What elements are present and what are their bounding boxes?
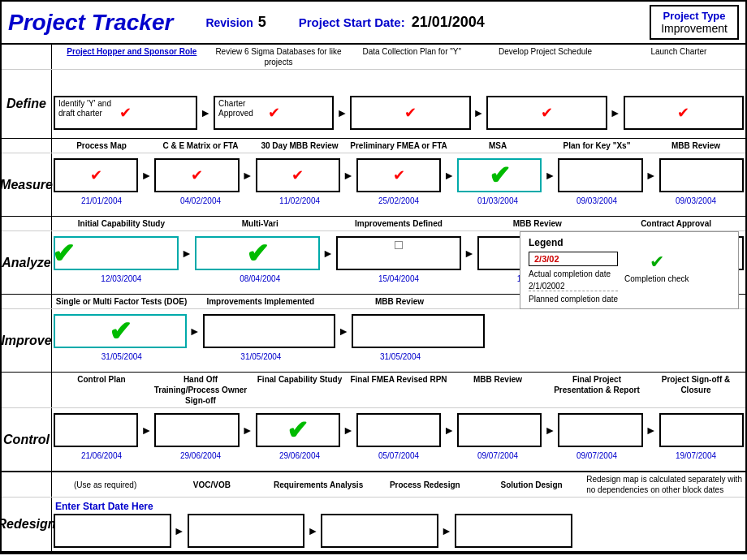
top-headers: Project Hopper and Sponsor Role Review 6… xyxy=(52,45,745,69)
analyze-headers: Initial Capability Study Multi-Vari Impr… xyxy=(2,217,745,231)
arr-i2: ► xyxy=(338,325,349,338)
revision-area: Revision 5 xyxy=(205,14,266,31)
analyze-h2: Multi-Vari xyxy=(191,217,330,230)
measure-header-cells: Process Map C & E Matrix or FTA 30 Day M… xyxy=(52,139,745,153)
m-check-2: ✔ xyxy=(191,166,203,184)
measure-box-7 xyxy=(659,158,744,192)
analyze-date-3: 15/04/2004 xyxy=(330,274,468,288)
col-header-review: Review 6 Sigma Databases for like projec… xyxy=(212,45,345,69)
control-date-7: 19/07/2004 xyxy=(646,450,745,465)
control-box-3: ✔ xyxy=(256,413,340,447)
redesign-label: Redesign xyxy=(0,517,56,532)
legend-content: 2/3/02 Actual completion date 2/1/02002 … xyxy=(529,252,730,304)
redesign-box-2 xyxy=(188,514,305,548)
legend-actual-label: Actual completion date xyxy=(529,269,618,278)
arrow-d4: ► xyxy=(610,106,621,119)
measure-box-1: ✔ xyxy=(54,158,138,192)
col-header-sponsor: Project Hopper and Sponsor Role xyxy=(52,45,212,69)
measure-box-4: ✔ xyxy=(356,158,441,192)
analyze-h5: Contract Approval xyxy=(607,217,745,230)
m-check-5-green: ✔ xyxy=(489,160,511,191)
col-header-develop: Develop Project Schedule xyxy=(478,45,611,69)
measure-date-7: 09/03/2004 xyxy=(646,196,745,210)
define-box-3: ✔ xyxy=(350,96,470,130)
redesign-headers: (Use as required) VOC/VOB Requirements A… xyxy=(2,472,745,498)
arr-m1: ► xyxy=(140,169,152,182)
measure-tasks: ✔ ► ✔ ► ✔ ► ✔ ► ✔ ► ► 21/01/2004 04/02/2… xyxy=(52,153,745,216)
control-row: Control ► ► ✔ ► ► ► ► 21/06/200 xyxy=(2,408,745,472)
analyze-h3: Improvements Defined xyxy=(330,217,468,230)
control-box-4 xyxy=(356,413,441,447)
analyze-box-2: ✔ xyxy=(195,236,320,270)
control-label: Control xyxy=(3,433,50,447)
control-h2: Hand Off Training/Process Owner Sign-off xyxy=(151,373,250,407)
enter-start-label[interactable]: Enter Start Date Here xyxy=(55,501,153,512)
improve-label: Improve xyxy=(1,334,51,348)
improve-box-2 xyxy=(203,314,336,348)
control-h3: Final Capability Study xyxy=(250,373,349,407)
main-container: Project Tracker Revision 5 Project Start… xyxy=(0,0,747,554)
measure-date-3: 11/02/2004 xyxy=(250,196,349,210)
improve-date-1: 31/05/2004 xyxy=(52,351,192,366)
app-title: Project Tracker xyxy=(8,10,173,36)
control-date-3: 29/06/2004 xyxy=(250,450,349,465)
improve-boxes: ✔ ► ► xyxy=(52,312,745,350)
measure-h2: C & E Matrix or FTA xyxy=(151,139,250,153)
redesign-h1: (Use as required) xyxy=(52,478,158,492)
arrow-d1: ► xyxy=(200,106,211,119)
control-date-6: 09/07/2004 xyxy=(547,450,646,465)
arrow-d3: ► xyxy=(473,106,485,119)
measure-date-5: 01/03/2004 xyxy=(448,196,547,210)
arrow-d2: ► xyxy=(336,106,348,119)
legend-check-icon: ✔ xyxy=(650,252,664,273)
arr-r3: ► xyxy=(441,524,452,537)
project-type-box: Project Type Improvement xyxy=(650,5,739,40)
define-task-1: Identify 'Y' anddraft charter xyxy=(58,99,111,118)
revision-num: 5 xyxy=(258,14,266,31)
define-box-1: ✔ Identify 'Y' anddraft charter xyxy=(54,96,197,130)
analyze-label-cell: Analyze xyxy=(2,231,52,294)
arr-a1: ► xyxy=(181,247,192,260)
control-spacer xyxy=(2,373,52,407)
measure-date-6: 09/03/2004 xyxy=(547,196,646,210)
improve-box-3 xyxy=(352,314,485,348)
legend-planned-date: 2/1/02002 xyxy=(529,282,618,291)
analyze-spacer xyxy=(2,217,52,230)
legend-left: 2/3/02 Actual completion date 2/1/02002 … xyxy=(529,252,618,304)
control-h1: Control Plan xyxy=(52,373,151,407)
control-box-7 xyxy=(659,413,744,447)
redesign-boxes: ► ► ► xyxy=(52,515,745,546)
analyze-box-3 xyxy=(336,236,461,270)
measure-boxes: ✔ ► ✔ ► ✔ ► ✔ ► ✔ ► ► xyxy=(52,157,745,194)
improve-h3: MBB Review xyxy=(330,295,468,308)
control-box-6 xyxy=(558,413,642,447)
arr-i1: ► xyxy=(189,325,201,338)
define-check-1: ✔ xyxy=(119,104,132,122)
measure-label-cell: Measure xyxy=(2,153,52,216)
define-row: Define ✔ Identify 'Y' anddraft charter ►… xyxy=(2,70,745,139)
measure-row: Measure ✔ ► ✔ ► ✔ ► ✔ ► ✔ ► ► 21/01 xyxy=(2,153,745,217)
control-h5: MBB Review xyxy=(448,373,547,407)
redesign-enter-start[interactable]: Enter Start Date Here xyxy=(52,498,745,512)
measure-box-3: ✔ xyxy=(256,158,340,192)
improve-spacer xyxy=(2,295,52,308)
improve-date-spacer xyxy=(470,351,745,366)
m-check-4: ✔ xyxy=(393,166,405,184)
i-check-1: ✔ xyxy=(109,315,132,347)
analyze-date-2: 08/04/2004 xyxy=(191,274,330,288)
measure-spacer xyxy=(2,139,52,153)
improve-tasks: ✔ ► ► 31/05/2004 31/05/2004 31/05/2004 xyxy=(52,309,745,372)
control-date-5: 09/07/2004 xyxy=(448,450,547,465)
define-check-2: ✔ xyxy=(268,104,280,122)
redesign-h5: Solution Design xyxy=(478,478,585,492)
arr-m5: ► xyxy=(544,169,555,182)
redesign-tasks: Enter Start Date Here ► ► ► xyxy=(52,498,745,551)
analyze-row: Analyze ✔ ► ✔ ► ► ► 12/03/ xyxy=(2,231,745,295)
measure-date-4: 25/02/2004 xyxy=(349,196,448,210)
define-box-2: ✔ CharterApproved xyxy=(214,96,334,130)
redesign-box-1 xyxy=(54,514,171,548)
measure-date-2: 04/02/2004 xyxy=(151,196,250,210)
project-type-val: Improvement xyxy=(658,22,731,35)
measure-label: Measure xyxy=(0,178,53,192)
analyze-label: Analyze xyxy=(2,256,50,270)
